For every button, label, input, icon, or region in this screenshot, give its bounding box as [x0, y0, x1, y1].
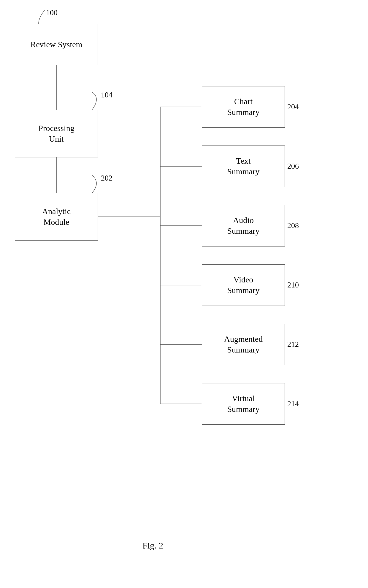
review-system-label: Review System	[31, 39, 83, 50]
ref-210: 210	[287, 281, 299, 290]
text-summary-node: TextSummary	[202, 146, 285, 187]
ref-100: 100	[46, 8, 58, 17]
video-summary-node: VideoSummary	[202, 264, 285, 306]
chart-summary-label: ChartSummary	[227, 96, 260, 118]
text-summary-label: TextSummary	[227, 156, 260, 177]
ref-204: 204	[287, 102, 299, 111]
chart-summary-node: ChartSummary	[202, 86, 285, 128]
audio-summary-node: AudioSummary	[202, 205, 285, 246]
analytic-module-node: AnalyticModule	[15, 193, 98, 241]
processing-unit-label: ProcessingUnit	[38, 123, 74, 145]
diagram: Review System 100 ProcessingUnit 104 Ana…	[0, 0, 368, 588]
processing-unit-node: ProcessingUnit	[15, 110, 98, 157]
audio-summary-label: AudioSummary	[227, 215, 260, 237]
analytic-module-label: AnalyticModule	[42, 206, 71, 228]
augmented-summary-label: AugmentedSummary	[224, 334, 263, 355]
video-summary-label: VideoSummary	[227, 274, 260, 296]
augmented-summary-node: AugmentedSummary	[202, 324, 285, 365]
ref-202: 202	[101, 174, 112, 183]
ref-206: 206	[287, 162, 299, 171]
connectors-svg	[0, 0, 368, 588]
ref-214: 214	[287, 399, 299, 408]
virtual-summary-node: VirtualSummary	[202, 383, 285, 425]
ref-212: 212	[287, 340, 299, 349]
ref-208: 208	[287, 221, 299, 230]
ref-104: 104	[101, 91, 112, 99]
virtual-summary-label: VirtualSummary	[227, 393, 260, 415]
figure-label: Fig. 2	[142, 540, 163, 551]
review-system-node: Review System	[15, 24, 98, 65]
